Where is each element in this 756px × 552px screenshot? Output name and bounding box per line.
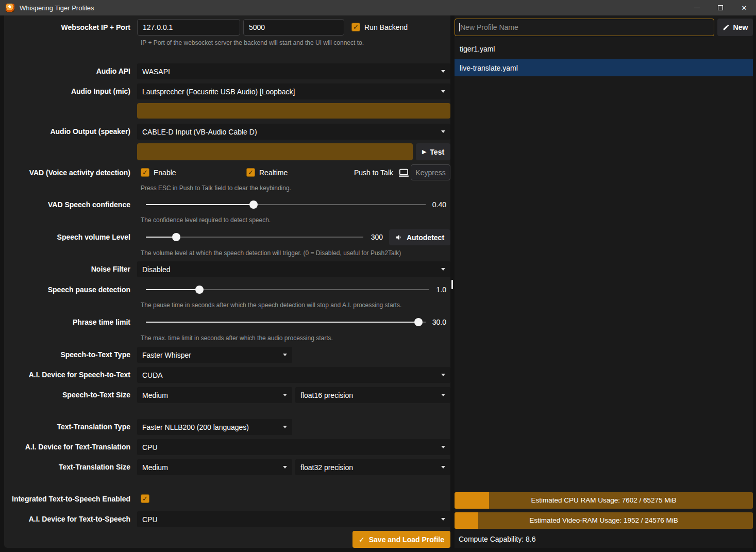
stt-size-label: Speech-to-Text Size — [4, 387, 130, 403]
translation-size-row: Text-Translation Size Medium float32 pre… — [4, 459, 450, 475]
save-button-label: Save and Load Profile — [369, 536, 444, 544]
speech-pause-helper: The pause time in seconds after which th… — [141, 302, 401, 309]
text-caret — [459, 23, 460, 31]
chevron-down-icon — [283, 426, 287, 428]
translation-device-select[interactable]: CPU — [137, 439, 450, 455]
websocket-ip-input[interactable]: 127.0.0.1 — [137, 19, 240, 36]
slider-thumb[interactable] — [195, 286, 204, 294]
tts-device-value: CPU — [142, 515, 158, 524]
play-icon: ▶ — [422, 149, 426, 155]
vad-enable-checkbox[interactable]: ✓ — [141, 168, 149, 177]
autodetect-button[interactable]: Autodetect — [389, 229, 450, 245]
profile-list-item[interactable]: tiger1.yaml — [455, 40, 753, 57]
translation-type-label: Text-Translation Type — [4, 419, 130, 435]
push-to-talk-label: Push to Talk — [313, 164, 393, 181]
slider-thumb[interactable] — [249, 200, 258, 209]
run-backend-checkbox[interactable]: ✓ — [351, 23, 360, 31]
noise-filter-value: Disabled — [142, 265, 170, 274]
new-profile-button[interactable]: New — [717, 19, 753, 36]
audio-api-value: WASAPI — [142, 68, 170, 76]
noise-filter-select[interactable]: Disabled — [137, 261, 450, 277]
speech-pause-label: Speech pause detection — [4, 286, 130, 294]
vad-confidence-value: 0.40 — [401, 200, 446, 209]
stt-device-select[interactable]: CUDA — [137, 367, 450, 383]
audio-api-row: Audio API WASAPI — [4, 63, 450, 79]
test-button[interactable]: ▶ Test — [416, 143, 450, 160]
chevron-down-icon — [441, 268, 445, 271]
profiles-panel: New Profile Name New tiger1.yaml live-tr… — [455, 15, 753, 548]
stt-device-row: A.I. Device for Speech-to-Text CUDA — [4, 367, 450, 383]
maximize-icon — [718, 5, 723, 10]
compute-capability-text: Compute Capability: 8.6 — [459, 535, 535, 543]
websocket-port-input[interactable]: 5000 — [243, 19, 344, 36]
tts-enabled-checkbox[interactable]: ✓ — [141, 494, 149, 503]
speech-volume-slider[interactable] — [146, 233, 363, 241]
stt-device-label: A.I. Device for Speech-to-Text — [4, 367, 130, 383]
vad-confidence-slider[interactable] — [146, 200, 426, 209]
vad-enable-label: Enable — [154, 164, 176, 181]
audio-input-row: Audio Input (mic) Lautsprecher (Focusrit… — [4, 83, 450, 99]
pencil-icon — [723, 24, 730, 31]
audio-input-select[interactable]: Lautsprecher (Focusrite USB Audio) [Loop… — [137, 83, 450, 99]
stt-precision-select[interactable]: float16 precision — [295, 387, 450, 403]
window-title: Whispering Tiger Profiles — [20, 4, 94, 12]
settings-panel: Websocket IP + Port 127.0.0.1 5000 ✓ Run… — [4, 15, 450, 548]
chevron-down-icon — [441, 466, 445, 469]
stt-size-row: Speech-to-Text Size Medium float16 preci… — [4, 387, 450, 403]
audio-output-label: Audio Output (speaker) — [4, 124, 130, 140]
app-icon — [6, 4, 14, 12]
translation-precision-value: float32 precision — [300, 463, 353, 472]
phrase-limit-label: Phrase time limit — [4, 318, 130, 326]
vad-realtime-label: Realtime — [259, 164, 288, 181]
cpu-ram-usage-bar: Estimated CPU RAM Usage: 7602 / 65275 Mi… — [455, 492, 753, 509]
slider-thumb[interactable] — [172, 233, 180, 241]
push-to-talk-keypress-field[interactable]: Keypress — [411, 164, 450, 180]
chevron-down-icon — [441, 90, 445, 93]
audio-output-select[interactable]: CABLE-D Input (VB-Audio Cable D) — [137, 124, 450, 140]
cpu-ram-usage-text: Estimated CPU RAM Usage: 7602 / 65275 Mi… — [455, 492, 753, 509]
vad-realtime-checkbox[interactable]: ✓ — [246, 168, 255, 177]
phrase-limit-slider[interactable] — [146, 318, 426, 326]
audio-output-row: Audio Output (speaker) CABLE-D Input (VB… — [4, 124, 450, 140]
websocket-row: Websocket IP + Port 127.0.0.1 5000 ✓ Run… — [4, 19, 450, 36]
vad-confidence-label: VAD Speech confidence — [4, 200, 130, 209]
phrase-limit-helper: The max. time limit in seconds after whi… — [141, 334, 333, 342]
audio-api-select[interactable]: WASAPI — [137, 63, 450, 79]
speech-volume-helper: The volume level at which the speech det… — [141, 249, 401, 257]
slider-fill — [146, 289, 199, 290]
translation-type-select[interactable]: Faster NLLB200 (200 languages) — [137, 419, 292, 435]
close-icon: ✕ — [742, 5, 747, 11]
translation-size-value: Medium — [142, 463, 168, 472]
autodetect-label: Autodetect — [407, 233, 444, 242]
websocket-helper: IP + Port of the websocket server the ba… — [141, 39, 364, 46]
chevron-down-icon — [283, 394, 287, 396]
stt-precision-value: float16 precision — [300, 391, 353, 399]
speech-pause-slider[interactable] — [146, 286, 429, 294]
chevron-down-icon — [283, 354, 287, 356]
window-controls: ✕ — [685, 0, 756, 15]
speech-volume-value: 300 — [338, 229, 383, 245]
test-button-label: Test — [430, 148, 444, 156]
translation-precision-select[interactable]: float32 precision — [295, 459, 450, 475]
translation-type-value: Faster NLLB200 (200 languages) — [142, 423, 249, 431]
stt-type-select[interactable]: Faster Whisper — [137, 347, 292, 363]
stt-type-label: Speech-to-Text Type — [4, 347, 130, 363]
minimize-button[interactable] — [685, 0, 709, 15]
stt-size-select[interactable]: Medium — [137, 387, 292, 403]
vad-label: VAD (Voice activity detection) — [4, 164, 130, 181]
new-profile-name-input[interactable]: New Profile Name — [455, 19, 714, 36]
stt-size-value: Medium — [142, 391, 168, 399]
close-button[interactable]: ✕ — [732, 0, 756, 15]
chevron-down-icon — [441, 446, 445, 448]
translation-device-row: A.I. Device for Text-Translation CPU — [4, 439, 450, 455]
speaker-level-meter — [137, 143, 413, 160]
chevron-down-icon — [441, 374, 445, 376]
speech-pause-row: Speech pause detection 1.0 — [4, 286, 450, 294]
video-ram-usage-bar: Estimated Video-RAM Usage: 1952 / 24576 … — [455, 512, 753, 529]
translation-size-select[interactable]: Medium — [137, 459, 292, 475]
profile-list-item-selected[interactable]: live-translate.yaml — [455, 59, 753, 76]
ibeam-cursor — [451, 280, 453, 289]
maximize-button[interactable] — [709, 0, 732, 15]
tts-device-select[interactable]: CPU — [137, 511, 450, 527]
save-and-load-profile-button[interactable]: ✓ Save and Load Profile — [352, 531, 450, 548]
